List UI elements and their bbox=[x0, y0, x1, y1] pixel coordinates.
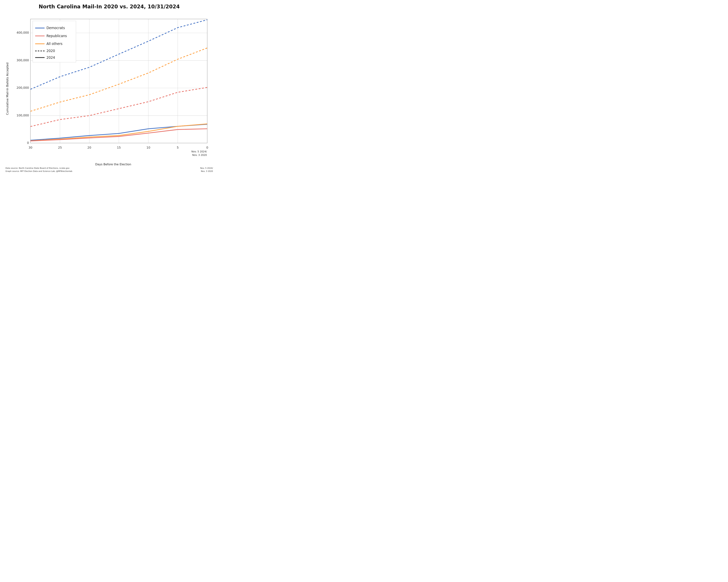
svg-text:300,000: 300,000 bbox=[17, 59, 29, 62]
y-axis-label: Cumulative Mail-In Ballots Accepted bbox=[4, 11, 11, 166]
svg-text:Nov. 5 2024/: Nov. 5 2024/ bbox=[191, 150, 207, 153]
chart-title: North Carolina Mail-In 2020 vs. 2024, 10… bbox=[38, 4, 180, 10]
svg-text:400,000: 400,000 bbox=[17, 31, 29, 34]
footer: Data source: North Carolina State Board … bbox=[4, 167, 215, 173]
svg-text:10: 10 bbox=[147, 146, 150, 149]
svg-text:Republicans: Republicans bbox=[46, 34, 67, 38]
svg-text:5: 5 bbox=[177, 146, 179, 149]
x-axis-label: Days Before the Election bbox=[11, 163, 215, 166]
svg-text:25: 25 bbox=[58, 146, 62, 149]
svg-text:100,000: 100,000 bbox=[17, 114, 29, 117]
svg-text:Nov. 3 2020: Nov. 3 2020 bbox=[192, 154, 207, 157]
svg-text:0: 0 bbox=[27, 141, 29, 145]
svg-text:Democrats: Democrats bbox=[46, 26, 65, 30]
chart-svg: 0 100,000 200,000 300,000 400,000 30 25 … bbox=[11, 11, 215, 162]
svg-text:30: 30 bbox=[29, 146, 32, 149]
svg-text:All others: All others bbox=[46, 42, 62, 46]
svg-text:15: 15 bbox=[117, 146, 121, 149]
svg-text:2020: 2020 bbox=[46, 49, 55, 53]
svg-text:2024: 2024 bbox=[46, 56, 55, 59]
svg-text:20: 20 bbox=[87, 146, 91, 149]
footer-date: Nov. 5 2024/Nov. 3 2020 bbox=[200, 167, 213, 173]
svg-text:200,000: 200,000 bbox=[17, 86, 29, 89]
svg-text:0: 0 bbox=[206, 146, 208, 149]
footer-source: Data source: North Carolina State Board … bbox=[5, 167, 72, 173]
